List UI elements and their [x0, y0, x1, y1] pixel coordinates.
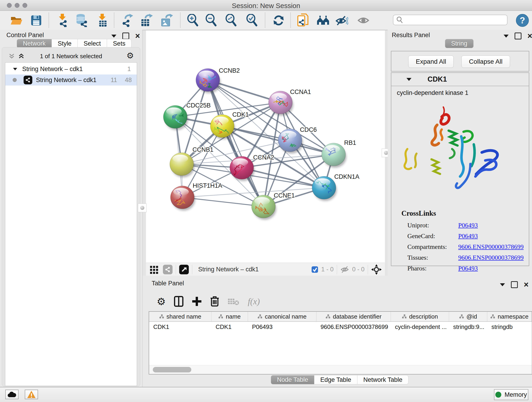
table-row[interactable]: CDK1CDK1P064939606.ENSP00000378699cyclin…	[149, 322, 532, 332]
table-cell[interactable]: P06493	[248, 322, 317, 332]
node-label: CDC6	[300, 126, 317, 133]
save-session-button[interactable]	[30, 14, 43, 27]
fit-content-crosshair-icon[interactable]	[371, 264, 382, 275]
refresh-button[interactable]	[272, 14, 285, 27]
node-cdc6[interactable]: CDC6	[278, 126, 317, 153]
export-table-icon	[140, 14, 153, 27]
node-rb1[interactable]: RB1	[322, 139, 356, 168]
network-collection-row[interactable]: String Network – cdk1 1	[5, 64, 137, 75]
table-cell[interactable]: stringdb	[487, 322, 532, 332]
table-tabs: Node TableEdge TableNetwork Table	[271, 375, 409, 384]
edge-count: 48	[125, 77, 132, 84]
zoom-selected-icon	[246, 14, 258, 27]
panel-float-icon[interactable]	[511, 281, 518, 288]
cloud-status-button[interactable]	[5, 390, 19, 399]
search-field[interactable]	[393, 15, 507, 25]
tab-network-table[interactable]: Network Table	[357, 375, 409, 384]
node-cdkn1a[interactable]: CDKN1A	[312, 173, 360, 201]
zoom-in-button[interactable]	[186, 14, 199, 27]
column-header-namespace[interactable]: namespace	[487, 312, 532, 321]
add-column-icon[interactable]	[192, 296, 202, 306]
help-button[interactable]: ?	[516, 14, 529, 27]
tab-select[interactable]: Select	[78, 39, 107, 48]
network-row-selected[interactable]: String Network – cdk1 11 48	[5, 75, 137, 85]
column-header-shared-name[interactable]: shared name	[149, 312, 211, 321]
database-import-icon	[75, 14, 88, 27]
crosslink-label: Uniprot:	[407, 222, 458, 229]
crosslink-link[interactable]: 9606.ENSP00000378699	[458, 243, 524, 250]
crosslink-link[interactable]: 9606.ENSP00000378699	[458, 254, 524, 261]
tab-style[interactable]: Style	[52, 39, 78, 48]
export-table-button[interactable]	[140, 14, 153, 27]
column-header-canonical-name[interactable]: canonical name	[248, 312, 317, 321]
delete-column-icon[interactable]	[210, 296, 219, 307]
import-table-button[interactable]	[96, 14, 109, 27]
crosslink-link[interactable]: P06493	[458, 265, 478, 272]
memory-button[interactable]: Memory	[494, 389, 528, 400]
export-network-button[interactable]	[121, 14, 134, 27]
search-input[interactable]	[403, 16, 500, 24]
tab-node-table[interactable]: Node Table	[271, 375, 314, 384]
zoom-selected-button[interactable]	[245, 14, 258, 27]
network-canvas[interactable]: CCNB2CCNA1CDC25BCDK1CDC6RB1CCNB1CCNA2CDK…	[146, 31, 385, 263]
table-options-gear-icon[interactable]: ⚙	[157, 296, 166, 307]
node-ccna2[interactable]: CCNA2	[230, 154, 274, 181]
panel-float-icon[interactable]	[122, 32, 129, 39]
open-session-button[interactable]	[10, 14, 23, 27]
panel-float-icon[interactable]	[515, 32, 521, 39]
table-cell[interactable]: cyclin-dependent ...	[391, 322, 449, 332]
gene-collapse-icon[interactable]	[406, 78, 412, 81]
panel-collapse-icon[interactable]	[500, 283, 505, 286]
tab-edge-table[interactable]: Edge Table	[314, 375, 357, 384]
network-snapshot-button[interactable]	[297, 14, 310, 27]
control-panel: Control Panel × NetworkStyleSelectSets 1…	[0, 30, 143, 387]
toolbar-separator	[114, 13, 114, 28]
hide-selected-button[interactable]	[336, 14, 348, 27]
tab-sets[interactable]: Sets	[107, 39, 132, 48]
home-button[interactable]	[317, 14, 329, 27]
network-options-gear-icon[interactable]: ⚙	[127, 51, 134, 60]
show-all-button[interactable]	[357, 14, 370, 27]
panel-close-icon[interactable]: ×	[135, 33, 140, 39]
column-header-name[interactable]: name	[211, 312, 248, 321]
show-columns-icon[interactable]	[174, 296, 184, 307]
panel-collapse-icon[interactable]	[504, 35, 509, 38]
warnings-button[interactable]	[25, 390, 38, 399]
import-network-from-database-button[interactable]	[75, 14, 88, 27]
table-horizontal-scrollbar[interactable]	[149, 365, 532, 374]
scrollbar-thumb[interactable]	[153, 367, 191, 372]
crosslink-link[interactable]: P06493	[458, 232, 478, 240]
grid-view-icon[interactable]	[150, 265, 159, 274]
table-cell[interactable]: CDK1	[211, 322, 248, 332]
import-network-button[interactable]	[56, 14, 69, 27]
export-image-button[interactable]	[160, 14, 173, 27]
selected-checkbox-icon[interactable]	[311, 266, 318, 273]
zoom-fit-button[interactable]	[225, 14, 237, 27]
node-ccna1[interactable]: CCNA1	[268, 89, 311, 116]
birds-eye-view-icon[interactable]	[179, 265, 189, 274]
panel-close-icon[interactable]: ×	[524, 282, 529, 287]
node-ccnb1[interactable]: CCNB1	[170, 146, 214, 177]
hidden-eye-icon[interactable]	[340, 266, 350, 274]
left-splitter-handle[interactable]	[138, 204, 147, 212]
panel-collapse-icon[interactable]	[111, 35, 116, 38]
panel-close-icon[interactable]: ×	[527, 33, 532, 39]
tree-expand-icon[interactable]	[13, 68, 17, 70]
column-header-database-identifier[interactable]: database identifier	[317, 312, 391, 321]
network-share-view-icon[interactable]	[163, 265, 172, 274]
tab-string[interactable]: String	[445, 39, 474, 48]
collapse-all-button[interactable]: Collapse All	[462, 56, 510, 68]
column-header-description[interactable]: description	[391, 312, 449, 321]
column-header-@id[interactable]: @id	[449, 312, 487, 321]
node-ccnb2[interactable]: CCNB2	[196, 67, 240, 93]
zoom-out-button[interactable]	[205, 14, 217, 27]
function-builder-icon[interactable]: f(x)	[248, 296, 260, 306]
table-cell[interactable]: 9606.ENSP00000378699	[317, 322, 391, 332]
protein-structure-image	[395, 97, 525, 205]
node-ccne1[interactable]: CCNE1	[252, 192, 295, 220]
table-cell[interactable]: CDK1	[149, 322, 211, 332]
crosslink-link[interactable]: P06493	[458, 222, 478, 229]
expand-all-button[interactable]: Expand All	[408, 56, 454, 68]
table-cell[interactable]: stringdb:9...	[449, 322, 487, 332]
tab-network[interactable]: Network	[17, 39, 52, 48]
